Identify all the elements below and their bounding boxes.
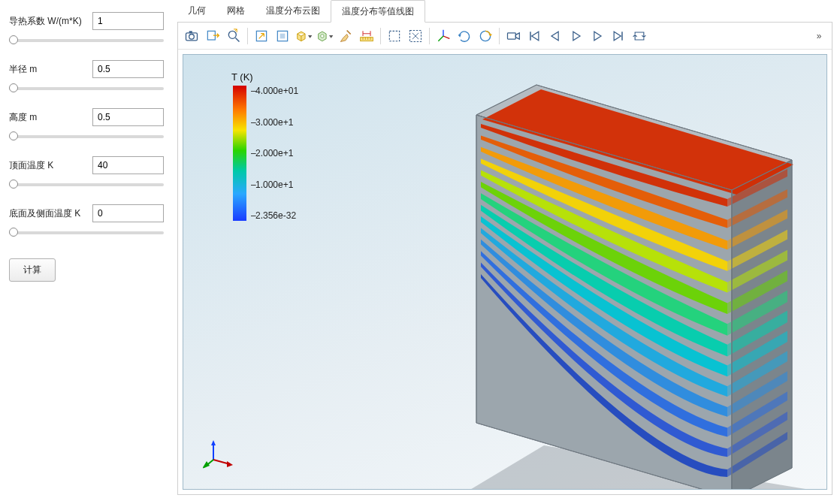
svg-marker-30 — [594, 32, 601, 41]
measure-button[interactable] — [358, 27, 376, 45]
param-slider-2[interactable] — [9, 131, 164, 143]
svg-marker-29 — [573, 32, 580, 41]
svg-line-21 — [438, 36, 443, 41]
prev-frame-button[interactable] — [546, 27, 564, 45]
isosurface-scene — [371, 70, 807, 490]
svg-marker-27 — [532, 32, 539, 41]
select-all-button[interactable] — [406, 27, 425, 45]
zoom-extents-button[interactable] — [252, 27, 270, 45]
toolbar-overflow[interactable]: » — [811, 31, 827, 41]
svg-marker-32 — [614, 32, 621, 41]
param-slider-3[interactable] — [9, 179, 164, 191]
param-label: 底面及侧面温度 K — [9, 207, 92, 220]
parameter-sidebar: 导热系数 W/(m*K)半径 m高度 m顶面温度 K底面及侧面温度 K 计算 — [0, 0, 173, 504]
svg-marker-28 — [551, 32, 558, 41]
svg-marker-47 — [203, 461, 210, 469]
clear-button[interactable] — [337, 27, 355, 45]
first-frame-button[interactable] — [525, 27, 543, 45]
svg-marker-24 — [488, 34, 492, 36]
svg-line-20 — [443, 36, 449, 38]
svg-marker-22 — [458, 34, 461, 37]
param-label: 顶面温度 K — [9, 159, 92, 172]
svg-rect-17 — [389, 31, 399, 41]
export-button[interactable] — [204, 27, 222, 45]
svg-marker-45 — [227, 461, 233, 467]
compute-button[interactable]: 计算 — [9, 258, 56, 282]
screenshot-button[interactable] — [183, 27, 201, 45]
tab-bar: 几何网格温度分布云图温度分布等值线图 — [177, 0, 832, 23]
tab-几何[interactable]: 几何 — [177, 0, 216, 22]
param-input-3[interactable] — [92, 156, 164, 174]
last-frame-button[interactable] — [609, 27, 627, 45]
graphics-viewer: » T (K) 4.000e+013.000e+12.000e+11.000e+… — [177, 23, 832, 495]
perspective-button[interactable] — [295, 27, 313, 45]
param-input-0[interactable] — [92, 12, 164, 30]
legend-title: T (K) — [231, 71, 298, 83]
param-input-1[interactable] — [92, 60, 164, 78]
tab-温度分布云图[interactable]: 温度分布云图 — [255, 0, 331, 22]
svg-rect-8 — [280, 33, 286, 38]
param-slider-1[interactable] — [9, 83, 164, 95]
legend-gradient — [233, 86, 246, 221]
svg-point-10 — [321, 34, 324, 37]
axes-button[interactable] — [434, 27, 452, 45]
param-label: 导热系数 W/(m*K) — [9, 15, 92, 28]
scene-light-button[interactable] — [316, 27, 334, 45]
play-button[interactable] — [567, 27, 585, 45]
zoom-reset-button[interactable] — [225, 27, 243, 45]
svg-line-5 — [236, 38, 240, 41]
tab-温度分布等值线图[interactable]: 温度分布等值线图 — [331, 0, 425, 23]
select-box-button[interactable] — [385, 27, 403, 45]
tab-网格[interactable]: 网格 — [216, 0, 255, 22]
graphics-canvas[interactable]: T (K) 4.000e+013.000e+12.000e+11.000e+12… — [183, 54, 827, 490]
svg-marker-43 — [211, 440, 216, 445]
param-input-4[interactable] — [92, 204, 164, 222]
main-panel: 几何网格温度分布云图温度分布等值线图 » T (K) 4.000e+013.00… — [173, 0, 837, 504]
rotate-button[interactable] — [455, 27, 473, 45]
legend-ticks: 4.000e+013.000e+12.000e+11.000e+12.356e-… — [251, 86, 298, 221]
param-input-2[interactable] — [92, 108, 164, 126]
next-frame-button[interactable] — [588, 27, 606, 45]
param-label: 半径 m — [9, 63, 92, 76]
svg-rect-25 — [508, 32, 516, 38]
svg-point-4 — [228, 31, 236, 38]
svg-rect-12 — [361, 37, 373, 41]
axis-gizmo — [203, 439, 233, 471]
loop-button[interactable] — [630, 27, 648, 45]
svg-marker-9 — [308, 35, 312, 38]
spin-button[interactable] — [476, 27, 494, 45]
graphics-toolbar: » — [178, 23, 832, 50]
param-slider-4[interactable] — [9, 227, 164, 239]
svg-marker-11 — [329, 35, 333, 38]
param-slider-0[interactable] — [9, 35, 164, 47]
svg-rect-2 — [189, 31, 192, 33]
zoom-box-button[interactable] — [273, 27, 292, 45]
svg-point-1 — [189, 34, 195, 39]
color-legend: T (K) 4.000e+013.000e+12.000e+11.000e+12… — [233, 71, 298, 221]
param-label: 高度 m — [9, 111, 92, 124]
camera-record-button[interactable] — [504, 27, 522, 45]
